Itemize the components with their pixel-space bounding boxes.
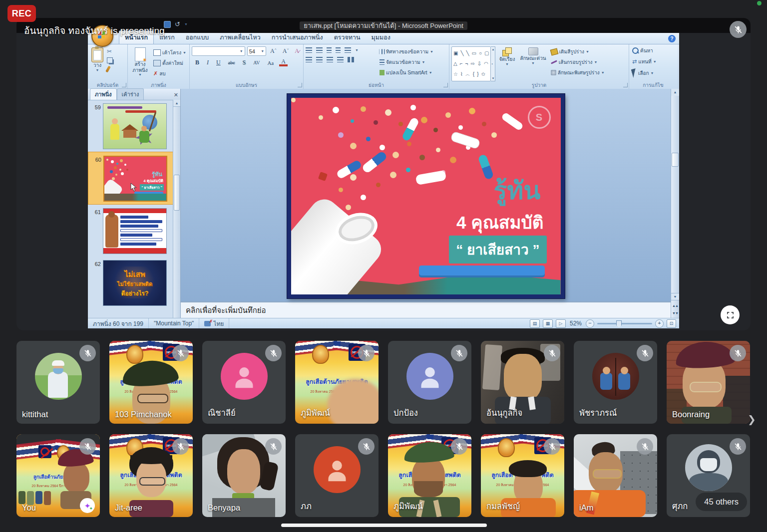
grow-font-icon[interactable]: A˄ bbox=[268, 47, 279, 55]
decrease-indent-icon[interactable] bbox=[327, 47, 332, 53]
participant-tile[interactable]: DRUGS ลูกเสือต้านภัยยาเสพติด 20 สิงหาคม … bbox=[481, 434, 564, 517]
align-left-icon[interactable] bbox=[306, 57, 312, 62]
italic-icon[interactable]: I bbox=[205, 59, 211, 66]
shapes-gallery[interactable]: ▣╲╲▭○▢ △⌐¬⇨⇩◠ ☆⌇︿{}✩ bbox=[451, 46, 491, 81]
scrollbar-thumb[interactable] bbox=[672, 153, 679, 167]
dialog-launcher-icon[interactable] bbox=[623, 83, 628, 87]
scroll-down-icon[interactable]: ▼ bbox=[671, 293, 679, 300]
panel-tab-outline[interactable]: เค้าร่าง bbox=[117, 88, 144, 100]
dialog-launcher-icon[interactable] bbox=[122, 83, 126, 87]
slideshow-button[interactable]: ▷ bbox=[556, 319, 566, 328]
next-slide-icon[interactable]: ▼▼ bbox=[672, 311, 678, 315]
participant-tile[interactable]: พัชราภรณ์ bbox=[574, 341, 657, 424]
paste-button[interactable]: วาง▼ bbox=[90, 46, 105, 81]
tab-view[interactable]: มุมมอง bbox=[366, 31, 396, 44]
slide-thumbnail-59[interactable]: 59 bbox=[88, 100, 173, 152]
participant-tile[interactable]: ภภ bbox=[295, 434, 379, 517]
align-right-icon[interactable] bbox=[327, 57, 333, 62]
shape-effects-button[interactable]: ลักษณะพิเศษรูปร่าง▼ bbox=[550, 68, 606, 77]
text-shadow-icon[interactable]: S bbox=[241, 59, 248, 66]
character-spacing-icon[interactable]: AV bbox=[251, 60, 262, 65]
convert-smartart-button[interactable]: แปลงเป็น SmartArt▼ bbox=[379, 68, 434, 77]
participant-tile[interactable]: Boonraing bbox=[667, 341, 750, 424]
quick-styles-button[interactable]: ลักษณะด่วน▼ bbox=[518, 46, 547, 81]
previous-slide-icon[interactable]: ▲▲ bbox=[672, 304, 678, 307]
effects-button[interactable]: ✦✦ bbox=[80, 498, 95, 513]
bullets-icon[interactable] bbox=[306, 47, 312, 53]
participant-tile[interactable]: DRUGS ลูกเสือต้านภัยยาเสพติด 20 สิงหาคม … bbox=[109, 434, 193, 517]
zoom-in-button[interactable]: + bbox=[655, 319, 664, 328]
font-color-icon[interactable]: A bbox=[279, 59, 288, 66]
dialog-launcher-icon[interactable] bbox=[298, 83, 302, 87]
clear-formatting-icon[interactable]: A̷ bbox=[293, 47, 301, 55]
columns-icon[interactable] bbox=[348, 57, 354, 62]
notes-pane[interactable]: คลิกเพื่อที่จะเพิ่มบันทึกย่อ bbox=[181, 301, 671, 318]
replace-button[interactable]: ⇄แทนที่▼ bbox=[631, 57, 675, 66]
slide-sorter-button[interactable]: ▦ bbox=[543, 319, 553, 328]
slide-thumbnail-62[interactable]: 62 ไม่เสพ ไม่ใช้ยาเสพติด ดีอย่างไร? bbox=[88, 257, 173, 308]
spell-check[interactable]: ไทย bbox=[199, 318, 229, 328]
font-name-combo[interactable]: ▼ bbox=[192, 46, 245, 56]
slide-thumbnail-61[interactable]: 61 bbox=[88, 205, 173, 257]
strikethrough-icon[interactable]: abc bbox=[226, 60, 237, 65]
participant-tile[interactable]: ลูกเสือต้านภัยยาเสพติด 20 สิงหาคม 2564 ป… bbox=[16, 434, 100, 517]
delete-slide-button[interactable]: ✗ลบ bbox=[152, 69, 187, 78]
change-case-icon[interactable]: Aa bbox=[265, 60, 276, 66]
tab-animations[interactable]: ภาพเคลื่อนไหว bbox=[214, 31, 266, 44]
scroll-up-icon[interactable]: ▲ bbox=[671, 89, 679, 96]
arrange-button[interactable]: จัดเรียง▼ bbox=[497, 46, 516, 81]
bold-icon[interactable]: B bbox=[193, 59, 201, 66]
format-painter-icon[interactable] bbox=[105, 66, 111, 73]
zoom-out-button[interactable]: − bbox=[586, 319, 594, 328]
numbering-icon[interactable] bbox=[316, 47, 323, 53]
increase-indent-icon[interactable] bbox=[336, 47, 341, 53]
select-button[interactable]: เลือก▼ bbox=[631, 68, 675, 78]
participant-tile[interactable]: kittithat bbox=[16, 341, 100, 424]
slide-thumbnail-60-selected[interactable]: 60 รู้ทัน 4 คุณสมบัติ “ ยาเสียสาว ” bbox=[88, 152, 173, 205]
copy-icon[interactable] bbox=[107, 57, 113, 63]
new-slide-button[interactable]: สร้างภาพนิ่ง▼ bbox=[130, 46, 150, 81]
participant-tile[interactable]: ปกป้อง bbox=[388, 341, 471, 424]
zoom-slider-thumb[interactable] bbox=[616, 320, 622, 328]
fit-to-window-button[interactable]: ⊡ bbox=[667, 319, 676, 328]
underline-icon[interactable]: U bbox=[214, 59, 223, 66]
panel-tab-slides[interactable]: ภาพนิ่ง bbox=[90, 88, 117, 100]
line-spacing-icon[interactable] bbox=[345, 47, 351, 53]
participant-tile[interactable]: ณิชาลีย์ bbox=[202, 341, 286, 424]
shapes-scroll[interactable]: ▲▪▼ bbox=[491, 46, 495, 81]
tab-review[interactable]: ตรวจทาน bbox=[329, 31, 366, 44]
slide-nav-buttons[interactable]: ▲▲▼▼ bbox=[671, 300, 679, 318]
reset-button[interactable]: ตั้งค่าใหม่ bbox=[152, 59, 187, 67]
shape-outline-button[interactable]: เส้นกรอบรูปร่าง▼ bbox=[550, 58, 606, 66]
panel-close-icon[interactable]: ✕ bbox=[174, 92, 178, 98]
participant-tile[interactable]: DRUGS ลูกเสือต้านภัยยาเสพติด 20 สิงหาคม … bbox=[109, 341, 193, 424]
participant-tile[interactable]: Benyapa bbox=[202, 434, 286, 517]
zoom-slider[interactable] bbox=[597, 323, 652, 324]
justify-icon[interactable] bbox=[337, 57, 344, 62]
panel-scrollbar[interactable]: ▲ bbox=[173, 100, 180, 318]
normal-view-button[interactable]: ▤ bbox=[530, 319, 540, 328]
participant-tile[interactable]: iAm bbox=[574, 434, 657, 517]
others-count-button[interactable]: 45 others bbox=[696, 493, 747, 511]
text-direction-button[interactable]: ทิศทางของข้อความ▼ bbox=[379, 47, 434, 56]
participant-tile[interactable]: DRUGS ลูกเสือต้านภัยยาเสพติด 20 สิงหาคม … bbox=[295, 341, 379, 424]
layout-button[interactable]: เค้าโครง▼ bbox=[152, 48, 187, 57]
fullscreen-button[interactable] bbox=[721, 305, 740, 324]
participant-tile[interactable]: อ้นนุกูลกิจ bbox=[481, 341, 564, 424]
find-button[interactable]: ค้นหา bbox=[631, 46, 675, 55]
align-text-button[interactable]: จัดแนวข้อความ▼ bbox=[379, 58, 434, 66]
cut-icon[interactable]: ✂ bbox=[107, 48, 113, 55]
participant-tile[interactable]: ศุภก 45 others bbox=[667, 434, 750, 517]
participant-tile[interactable]: DRUGS ลูกเสือต้านภัยยาเสพติด 20 สิงหาคม … bbox=[388, 434, 471, 517]
tab-slideshow[interactable]: การนำเสนอภาพนิ่ง bbox=[266, 31, 329, 44]
slide-canvas[interactable]: S รู้ทัน 4 คุณสมบัติ “ ยาเสียสาว ” bbox=[287, 94, 565, 298]
shape-fill-button[interactable]: เติมสีรูปร่าง▼ bbox=[550, 47, 606, 56]
chevron-right-icon[interactable]: ❯ bbox=[748, 413, 756, 425]
font-size-combo[interactable]: 54▼ bbox=[247, 46, 266, 56]
shrink-font-icon[interactable]: A˅ bbox=[281, 47, 291, 55]
dialog-launcher-icon[interactable] bbox=[443, 83, 448, 87]
help-icon[interactable]: ? bbox=[668, 35, 676, 42]
screen-share-tile[interactable]: ↺ ▼ ยาเสพ.ppt [โหมดความเข้ากันได้] - Mic… bbox=[16, 18, 751, 330]
vertical-scrollbar[interactable]: ▲ ▼ ▲▲▼▼ bbox=[671, 89, 679, 318]
tab-design[interactable]: ออกแบบ bbox=[180, 31, 215, 44]
